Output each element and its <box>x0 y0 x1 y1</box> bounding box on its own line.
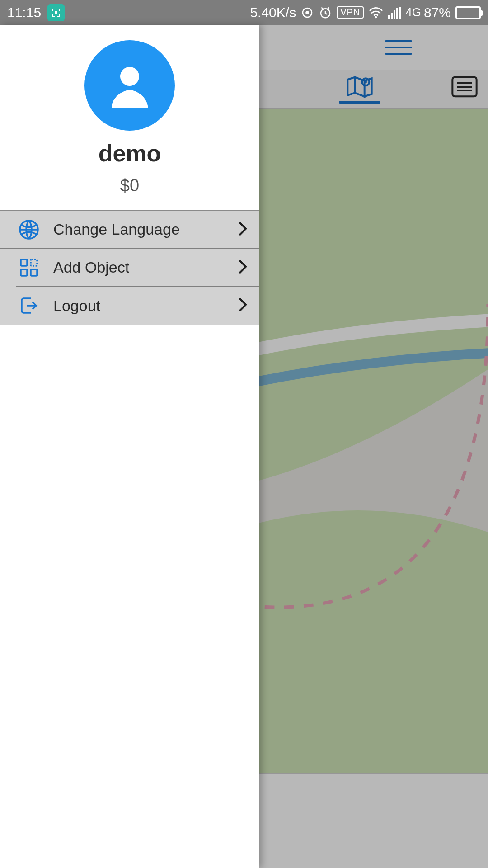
globe-icon <box>16 217 42 242</box>
profile-balance: $0 <box>120 176 139 195</box>
status-bar: 11:15 5.40K/s VPN 4G 87% <box>0 0 488 25</box>
chevron-right-icon <box>236 296 249 316</box>
signal-icon <box>388 7 401 19</box>
status-time: 11:15 <box>7 5 41 20</box>
chevron-right-icon <box>236 220 249 240</box>
net-speed: 5.40K/s <box>250 5 296 20</box>
grid-icon <box>16 255 42 280</box>
profile-username: demo <box>99 140 161 167</box>
chevron-right-icon <box>236 258 249 278</box>
avatar[interactable] <box>84 40 175 131</box>
vpn-icon: VPN <box>337 6 364 19</box>
network-type: 4G <box>405 5 421 19</box>
scrim-overlay[interactable] <box>259 25 488 868</box>
svg-rect-41 <box>31 259 37 266</box>
svg-point-4 <box>375 16 377 18</box>
scan-app-icon <box>47 4 65 21</box>
svg-rect-42 <box>21 269 27 276</box>
location-target-icon <box>300 6 314 19</box>
battery-percent: 87% <box>424 5 451 20</box>
svg-point-2 <box>305 11 309 14</box>
wifi-icon <box>368 6 384 19</box>
menu-label: Logout <box>53 297 236 315</box>
svg-rect-43 <box>31 269 37 276</box>
logout-icon <box>16 293 42 318</box>
svg-rect-40 <box>21 259 27 266</box>
battery-icon <box>455 6 481 19</box>
svg-point-38 <box>120 67 139 86</box>
menu-item-logout[interactable]: Logout <box>16 287 259 325</box>
svg-rect-0 <box>55 11 57 14</box>
menu-item-add-object[interactable]: Add Object <box>16 249 259 287</box>
alarm-icon <box>319 6 332 19</box>
drawer-menu: Change Language Add Object <box>0 210 259 325</box>
menu-label: Add Object <box>53 259 236 276</box>
menu-item-change-language[interactable]: Change Language <box>0 211 259 249</box>
side-drawer: demo $0 Change Language <box>0 25 259 868</box>
profile-section: demo $0 <box>0 25 259 210</box>
menu-label: Change Language <box>53 221 236 238</box>
